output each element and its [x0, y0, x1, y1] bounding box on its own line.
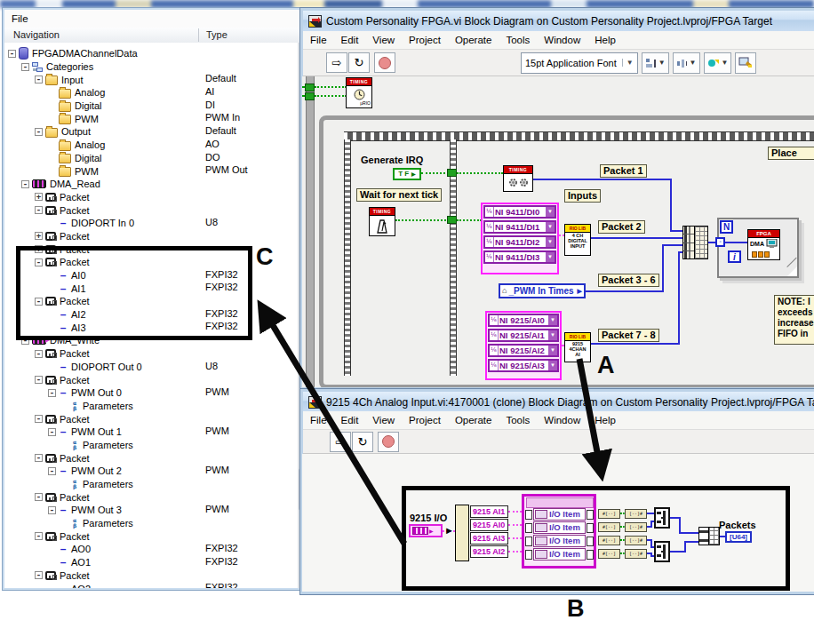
loop-tunnel[interactable]: ▫ [715, 237, 725, 247]
io-node-di1[interactable]: ⅙ NI 9411/DI1 ▼ [483, 220, 556, 234]
menu-item[interactable]: File [303, 35, 334, 45]
font-selector[interactable]: 15pt Application Font ▼ [521, 52, 638, 74]
tree-row[interactable]: Input Default [4, 73, 306, 86]
expand-toggle-icon[interactable] [48, 467, 56, 475]
tree-row[interactable]: Packet [4, 373, 306, 386]
expand-toggle-icon[interactable] [35, 206, 43, 214]
clean-up-diagram-button[interactable] [735, 52, 756, 74]
tree-row[interactable]: Analog AI [4, 86, 306, 99]
align-objects-button[interactable]: ▼ [642, 52, 669, 74]
tree-row[interactable]: Packet [4, 191, 306, 204]
place-label[interactable]: Place [768, 147, 814, 160]
expand-toggle-icon[interactable] [21, 180, 29, 188]
chevron-down-icon[interactable]: ▼ [548, 346, 557, 355]
expand-toggle-icon[interactable] [35, 532, 43, 540]
while-loop-border[interactable] [306, 76, 315, 387]
expand-toggle-icon[interactable] [35, 454, 43, 462]
generate-irq-label[interactable]: Generate IRQ [361, 155, 423, 165]
tree-row[interactable]: Packet [4, 230, 306, 243]
menu-item[interactable]: Operate [448, 35, 499, 45]
menu-item[interactable]: Project [402, 35, 448, 45]
expand-toggle-icon[interactable] [35, 193, 43, 201]
menu-item[interactable]: Edit [334, 415, 366, 425]
tree-row[interactable]: Analog AO [4, 139, 306, 152]
menu-item[interactable]: Help [587, 415, 623, 425]
timing-urio-node[interactable]: TIMING µRIO [346, 77, 372, 108]
tree-row[interactable]: Categories [4, 60, 306, 74]
tree-row[interactable]: PWM PWM In [4, 112, 306, 125]
expand-toggle-icon[interactable] [35, 350, 43, 358]
boolean-tf-constant[interactable]: TF ▶ [393, 168, 421, 180]
chevron-down-icon[interactable]: ▼ [548, 315, 557, 325]
tree-row[interactable]: FPGADMAChannelData [4, 47, 306, 60]
loop-tunnel[interactable] [305, 83, 315, 91]
run-continuous-button[interactable]: ↻ [348, 52, 370, 73]
loop-count-terminal[interactable]: N [720, 220, 733, 234]
wait-next-tick-node[interactable]: TIMING [369, 207, 395, 236]
distribute-objects-button[interactable]: ▼ [673, 52, 700, 74]
expand-toggle-icon[interactable] [35, 76, 43, 83]
expand-toggle-icon[interactable] [8, 50, 16, 58]
tree-row[interactable]: Packet [4, 412, 306, 425]
sequence-frame-top[interactable] [344, 131, 814, 141]
menu-item[interactable]: Tools [499, 35, 537, 45]
chevron-down-icon[interactable]: ▼ [548, 361, 557, 370]
build-array-node[interactable] [682, 226, 708, 259]
inputs-label[interactable]: Inputs [564, 189, 601, 203]
tree-row[interactable]: PWM Out 2 PWM [4, 465, 306, 478]
io-node-ai3[interactable]: ⅙ NI 9215/AI3 ▼ [488, 359, 559, 372]
menu-item[interactable]: View [365, 415, 402, 425]
tree-row[interactable]: PWM Out 3 PWM [4, 504, 306, 517]
tree-row[interactable]: DIOPORT Out 0 U8 [4, 361, 306, 374]
tree-row[interactable]: AO1 FXPI32 [4, 556, 306, 569]
io-node-di2[interactable]: ⅙ NI 9411/DI2 ▼ [483, 235, 556, 249]
packet1-label[interactable]: Packet 1 [600, 164, 647, 178]
io-node-di0[interactable]: ⅙ NI 9411/DI0 ▼ [483, 205, 556, 219]
tree-row[interactable]: Parameters [4, 517, 306, 530]
io-node-di3[interactable]: ⅙ NI 9411/DI3 ▼ [483, 250, 556, 264]
abort-button[interactable] [374, 52, 395, 73]
main-titlebar[interactable]: Custom Personality FPGA.vi Block Diagram… [303, 11, 814, 31]
tree-row[interactable]: Packet [4, 347, 306, 361]
sequence-tunnel[interactable] [447, 169, 457, 177]
menu-item[interactable]: Tools [499, 415, 537, 425]
rio-4ch-digital-input-node[interactable]: RIO LIB 4 CHDIGITALINPUT [564, 224, 591, 256]
tree-row[interactable]: Digital DO [4, 152, 306, 165]
menu-file[interactable]: File [4, 13, 36, 24]
menu-item[interactable]: File [303, 415, 334, 425]
sequence-tunnel[interactable] [447, 216, 457, 224]
chevron-down-icon[interactable]: ▼ [546, 252, 555, 262]
pwm-in-times-global[interactable]: ⌂ _PWM In Times ▶ [499, 283, 586, 298]
timing-gears-node[interactable]: TIMING [503, 165, 533, 192]
expand-toggle-icon[interactable] [35, 128, 43, 136]
packet78-label[interactable]: Packet 7 - 8 [598, 329, 659, 342]
expand-toggle-icon[interactable] [35, 232, 43, 240]
packet36-label[interactable]: Packet 3 - 6 [598, 274, 659, 287]
chevron-down-icon[interactable]: ▼ [546, 222, 555, 232]
tree-column-header[interactable]: Navigation Type [4, 28, 306, 44]
tree-row[interactable]: PWM Out 0 PWM [4, 386, 306, 400]
sequence-frame-left[interactable] [344, 139, 351, 376]
column-divider[interactable] [198, 28, 199, 42]
menu-item[interactable]: Edit [334, 35, 366, 45]
column-type[interactable]: Type [206, 29, 227, 40]
chevron-down-icon[interactable]: ▼ [548, 330, 557, 340]
expand-toggle-icon[interactable] [35, 493, 43, 501]
tree-row[interactable]: Parameters [4, 400, 306, 413]
tree-row[interactable]: DIOPORT In 0 U8 [4, 217, 306, 230]
clone-titlebar[interactable]: 9215 4Ch Analog Input.vi:4170001 (clone)… [303, 392, 814, 412]
io-node-ai0[interactable]: ⅙ NI 9215/AI0 ▼ [488, 314, 559, 327]
tree-row[interactable]: PWM PWM Out [4, 164, 306, 178]
menu-item[interactable]: Project [402, 415, 448, 425]
run-continuous-button[interactable]: ↻ [352, 432, 373, 452]
expand-toggle-icon[interactable] [35, 415, 43, 423]
loop-iteration-terminal[interactable]: i [728, 250, 741, 263]
run-button[interactable]: ⇨ [326, 52, 347, 73]
menu-item[interactable]: Operate [448, 415, 499, 425]
tree-row[interactable]: PWM Out 1 PWM [4, 425, 306, 439]
tree-row[interactable]: Packet [4, 203, 306, 217]
expand-toggle-icon[interactable] [48, 506, 56, 514]
tree-row[interactable]: Packet [4, 569, 306, 583]
expand-toggle-icon[interactable] [21, 63, 29, 71]
tree-row[interactable]: Packet [4, 490, 306, 504]
